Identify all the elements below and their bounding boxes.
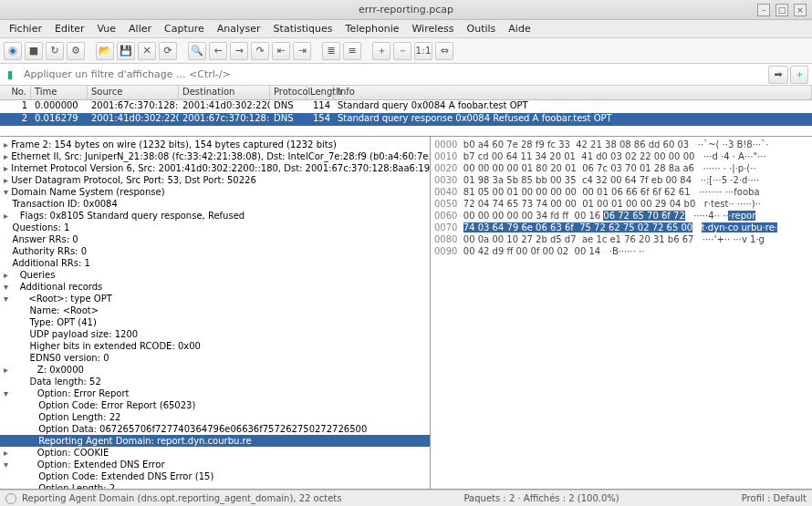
- packet-list-header: No. Time Source Destination Protocol Len…: [0, 86, 812, 100]
- menu-telephonie[interactable]: Telephonie: [340, 21, 405, 36]
- col-length[interactable]: Length: [307, 86, 334, 99]
- detail-line[interactable]: Data length: 52: [0, 376, 430, 387]
- detail-line[interactable]: Option Data: 067265706f727740364796e0663…: [0, 423, 430, 435]
- hex-row[interactable]: 0020 00 00 00 00 01 80 20 01 06 7c 03 70…: [434, 162, 808, 174]
- detail-line[interactable]: Ethernet II, Src: JuniperN_21:38:08 (fc:…: [0, 150, 430, 162]
- detail-line[interactable]: Option Length: 22: [0, 411, 430, 423]
- hex-row[interactable]: 0060 00 00 00 00 00 34 fd ff 00 16 06 72…: [434, 210, 808, 222]
- find-packet-icon[interactable]: 🔍: [188, 42, 206, 60]
- zoom-reset-icon[interactable]: 1:1: [414, 42, 432, 60]
- col-source[interactable]: Source: [88, 86, 179, 99]
- detail-line[interactable]: Answer RRs: 0: [0, 233, 430, 245]
- autoscroll-icon[interactable]: ≣: [322, 42, 340, 60]
- filter-bar: ▮ ➡ ＋: [0, 64, 812, 86]
- statusbar: Reporting Agent Domain (dns.opt.reportin…: [0, 490, 812, 506]
- hex-row[interactable]: 0010 b7 cd 00 64 11 34 20 01 41 d0 03 02…: [434, 150, 808, 162]
- packet-details-pane[interactable]: Frame 2: 154 bytes on wire (1232 bits), …: [0, 137, 431, 489]
- detail-line[interactable]: Questions: 1: [0, 222, 430, 233]
- go-first-icon[interactable]: ⇤: [272, 42, 290, 60]
- open-file-icon[interactable]: 📂: [96, 42, 114, 60]
- colorize-icon[interactable]: ≡: [343, 42, 361, 60]
- menu-wireless[interactable]: Wireless: [406, 21, 459, 36]
- packet-row[interactable]: 20.0162792001:41d0:302:2200:…2001:67c:37…: [0, 113, 812, 126]
- packet-bytes-pane[interactable]: 0000 b0 a4 60 7e 28 f9 fc 33 42 21 38 08…: [431, 137, 812, 489]
- bookmark-filter-icon[interactable]: ▮: [2, 67, 18, 83]
- detail-line[interactable]: Transaction ID: 0x0084: [0, 198, 430, 210]
- hex-row[interactable]: 0090 00 42 d9 ff 00 0f 00 02 00 14 ·B···…: [434, 245, 808, 257]
- window-title: errr-reporting.pcap: [359, 4, 453, 15]
- resize-columns-icon[interactable]: ⇔: [435, 42, 453, 60]
- close-button[interactable]: ×: [794, 4, 807, 16]
- hex-row[interactable]: 0030 01 98 3a 5b 85 bb 00 35 c4 32 00 64…: [434, 174, 808, 186]
- detail-line[interactable]: Name: <Root>: [0, 305, 430, 316]
- stop-capture-icon[interactable]: ■: [25, 42, 43, 60]
- detail-line[interactable]: Option Code: Extended DNS Error (15): [0, 470, 430, 482]
- start-capture-icon[interactable]: [4, 42, 22, 60]
- detail-line[interactable]: Queries: [0, 269, 430, 281]
- detail-line[interactable]: EDNS0 version: 0: [0, 352, 430, 364]
- status-packets: Paquets : 2 · Affichés : 2 (100.0%): [463, 493, 619, 503]
- menu-vue[interactable]: Vue: [92, 21, 122, 36]
- maximize-button[interactable]: □: [776, 4, 788, 16]
- detail-line[interactable]: Option: Error Report: [0, 387, 430, 399]
- status-field: Reporting Agent Domain (dns.opt.reportin…: [22, 493, 341, 503]
- menu-editer[interactable]: Editer: [49, 21, 90, 36]
- hex-row[interactable]: 0050 72 04 74 65 73 74 00 00 01 00 01 00…: [434, 198, 808, 210]
- hex-row[interactable]: 0040 81 05 00 01 00 00 00 00 00 01 06 66…: [434, 186, 808, 198]
- hex-row[interactable]: 0080 00 0a 00 10 27 2b d5 d7 ae 1c e1 76…: [434, 233, 808, 245]
- filter-apply-icon[interactable]: ➡: [768, 66, 788, 84]
- restart-capture-icon[interactable]: ↻: [46, 42, 64, 60]
- detail-line[interactable]: Option Length: 2: [0, 482, 430, 489]
- detail-line[interactable]: Additional RRs: 1: [0, 257, 430, 269]
- capture-options-icon[interactable]: ⚙: [67, 42, 85, 60]
- menu-analyser[interactable]: Analyser: [212, 21, 266, 36]
- hex-row[interactable]: 0070 74 03 64 79 6e 06 63 6f 75 72 62 75…: [434, 222, 808, 233]
- menu-fichier[interactable]: Fichier: [4, 21, 47, 36]
- packet-row[interactable]: 10.0000002001:67c:370:128:8a…2001:41d0:3…: [0, 100, 812, 113]
- detail-line[interactable]: User Datagram Protocol, Src Port: 53, Ds…: [0, 174, 430, 186]
- expert-info-icon[interactable]: [5, 493, 16, 504]
- menu-capture[interactable]: Capture: [159, 21, 210, 36]
- detail-line[interactable]: Domain Name System (response): [0, 186, 430, 198]
- detail-line[interactable]: Internet Protocol Version 6, Src: 2001:4…: [0, 162, 430, 174]
- reload-file-icon[interactable]: ⟳: [159, 42, 177, 60]
- detail-line[interactable]: Option Code: Error Report (65023): [0, 399, 430, 411]
- packet-list-pane[interactable]: No. Time Source Destination Protocol Len…: [0, 86, 812, 137]
- detail-line[interactable]: Z: 0x0000: [0, 364, 430, 376]
- detail-line[interactable]: Flags: 0x8105 Standard query response, R…: [0, 210, 430, 222]
- go-back-icon[interactable]: ←: [209, 42, 227, 60]
- detail-line[interactable]: Authority RRs: 0: [0, 245, 430, 257]
- status-profile[interactable]: Profil : Default: [742, 493, 807, 503]
- col-time[interactable]: Time: [31, 86, 88, 99]
- titlebar: errr-reporting.pcap – □ ×: [0, 0, 812, 20]
- minimize-button[interactable]: –: [757, 4, 770, 16]
- detail-line[interactable]: Type: OPT (41): [0, 316, 430, 328]
- detail-line[interactable]: Option: COOKIE: [0, 447, 430, 459]
- zoom-in-icon[interactable]: ＋: [372, 42, 390, 60]
- menu-aller[interactable]: Aller: [123, 21, 157, 36]
- detail-line[interactable]: UDP payload size: 1200: [0, 328, 430, 340]
- toolbar: ■ ↻ ⚙ 📂 💾 ✕ ⟳ 🔍 ← → ↷ ⇤ ⇥ ≣ ≡ ＋ － 1:1 ⇔: [0, 38, 812, 64]
- col-protocol[interactable]: Protocol: [270, 86, 307, 99]
- detail-line[interactable]: <Root>: type OPT: [0, 293, 430, 305]
- menu-statistiques[interactable]: Statistiques: [268, 21, 338, 36]
- hex-row[interactable]: 0000 b0 a4 60 7e 28 f9 fc 33 42 21 38 08…: [434, 139, 808, 150]
- save-file-icon[interactable]: 💾: [117, 42, 135, 60]
- detail-line[interactable]: Higher bits in extended RCODE: 0x00: [0, 340, 430, 352]
- detail-line[interactable]: Frame 2: 154 bytes on wire (1232 bits), …: [0, 139, 430, 150]
- col-destination[interactable]: Destination: [179, 86, 270, 99]
- col-info[interactable]: Info: [334, 86, 812, 99]
- display-filter-input[interactable]: [20, 67, 766, 82]
- detail-line[interactable]: Additional records: [0, 281, 430, 293]
- detail-line[interactable]: Option: Extended DNS Error: [0, 459, 430, 470]
- menu-outils[interactable]: Outils: [462, 21, 502, 36]
- jump-icon[interactable]: ↷: [251, 42, 269, 60]
- col-no[interactable]: No.: [0, 86, 31, 99]
- menu-aide[interactable]: Aide: [503, 21, 536, 36]
- go-last-icon[interactable]: ⇥: [293, 42, 311, 60]
- go-forward-icon[interactable]: →: [230, 42, 248, 60]
- zoom-out-icon[interactable]: －: [393, 42, 411, 60]
- detail-line[interactable]: Reporting Agent Domain: report.dyn.courb…: [0, 435, 430, 447]
- filter-add-icon[interactable]: ＋: [790, 66, 808, 84]
- close-file-icon[interactable]: ✕: [138, 42, 156, 60]
